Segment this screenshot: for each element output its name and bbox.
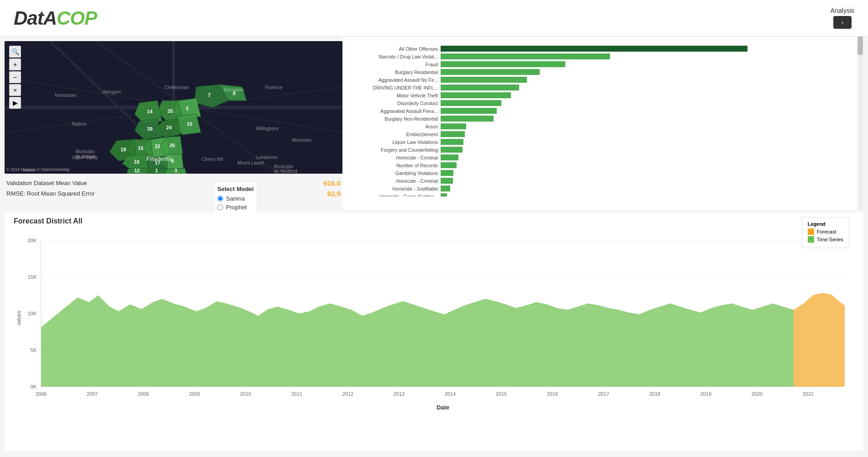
svg-text:2013: 2013	[394, 391, 405, 397]
bar-label: Forgery and Counterfeiting	[352, 147, 441, 153]
svg-text:35: 35	[168, 108, 173, 114]
svg-text:3: 3	[174, 168, 177, 173]
bar-track	[441, 139, 849, 145]
svg-text:Mount Laurel: Mount Laurel	[237, 160, 264, 165]
svg-text:values: values	[16, 311, 21, 325]
map-container: 7 8 2 35 15 24 14	[5, 41, 342, 174]
bar-row: Aggravated Assault No Fir...	[352, 77, 849, 83]
bar-row: Gambling Violations	[352, 170, 849, 176]
svg-text:19: 19	[121, 147, 126, 152]
svg-text:10K: 10K	[27, 311, 37, 316]
rmse-value: 62,9	[327, 190, 341, 197]
svg-text:2020: 2020	[752, 391, 763, 397]
svg-text:de Medford: de Medford	[274, 169, 297, 174]
map-zoom-in-button[interactable]: +	[9, 58, 21, 70]
svg-text:2006: 2006	[36, 391, 47, 397]
bar-fill	[441, 139, 463, 145]
bar-track	[441, 131, 849, 138]
svg-text:14: 14	[147, 109, 153, 114]
bar-track	[441, 193, 849, 197]
bar-track	[441, 46, 849, 52]
bar-row: Arson	[352, 123, 849, 130]
bar-row: Homicide - Criminal	[352, 154, 849, 161]
bar-label: Arson	[352, 124, 441, 129]
model-selector: Select Model Sarima Prophet	[215, 183, 256, 215]
map-pan-button[interactable]: ▶	[9, 97, 21, 109]
bar-fill	[441, 123, 466, 129]
bar-label: All Other Offenses	[352, 46, 441, 52]
svg-text:12: 12	[134, 168, 140, 173]
svg-text:2015: 2015	[496, 391, 507, 397]
svg-text:Norristown: Norristown	[55, 93, 77, 98]
bar-track	[441, 116, 849, 122]
bar-track	[441, 178, 849, 184]
bar-fill	[441, 69, 540, 75]
svg-text:5K: 5K	[31, 347, 37, 353]
bar-track	[441, 147, 849, 153]
scrollbar[interactable]	[857, 37, 863, 210]
timeseries-label: Time Series	[817, 237, 843, 242]
svg-text:2014: 2014	[445, 391, 456, 397]
bar-fill	[441, 100, 501, 106]
forecast-label: Forecast	[817, 229, 836, 234]
bar-label: DRIVING UNDER THE INFL...	[352, 85, 441, 90]
right-panel: All Other OffensesNarcotic / Drug Law Vi…	[342, 37, 863, 210]
svg-text:Date: Date	[437, 404, 449, 411]
map-zoom-out-button[interactable]: −	[9, 71, 21, 83]
bars-area: All Other OffensesNarcotic / Drug Law Vi…	[352, 46, 849, 197]
bar-track	[441, 92, 849, 99]
legend-title: Legend	[808, 221, 843, 227]
prophet-radio[interactable]	[217, 204, 223, 210]
metrics-section: Validation Dataset Mean Value 616.0 RMSE…	[5, 174, 342, 202]
map-controls: 🔍 + − ✕ ▶	[9, 46, 21, 109]
model-title: Select Model	[217, 186, 253, 192]
logo-cop-text: COP	[57, 7, 97, 29]
logo-data-text: DatA	[14, 7, 57, 29]
bar-fill	[441, 154, 458, 160]
bar-row: All Other Offenses	[352, 46, 849, 52]
bar-row: Motor Vehicle Theft	[352, 92, 849, 99]
scrollbar-thumb[interactable]	[857, 37, 863, 55]
bar-row: Narcotic / Drug Law Violat...	[352, 53, 849, 60]
header: DatACOP Analysis ›	[0, 0, 868, 37]
svg-text:15K: 15K	[27, 274, 37, 280]
logo: DatACOP	[14, 7, 97, 29]
bar-label: Number of Records	[352, 163, 441, 168]
analysis-label: Analysis	[831, 7, 854, 14]
bar-fill	[441, 108, 497, 114]
rmse-metric: RMSE: Root Mean Squared Error 62,9	[6, 190, 341, 197]
bar-label: Burglary Residential	[352, 69, 441, 75]
legend-timeseries: Time Series	[808, 236, 843, 243]
bar-chart[interactable]: All Other OffensesNarcotic / Drug Law Vi…	[347, 41, 858, 197]
map-reset-button[interactable]: ✕	[9, 84, 21, 96]
svg-text:Filadelfia: Filadelfia	[146, 155, 172, 162]
svg-text:0K: 0K	[31, 384, 37, 389]
bar-label: Burglary Non-Residential	[352, 116, 441, 122]
bar-row: Fraud	[352, 61, 849, 68]
svg-text:16: 16	[138, 145, 143, 151]
model-option-prophet[interactable]: Prophet	[217, 204, 253, 211]
bar-fill	[441, 77, 527, 83]
bar-label: Disorderly Conduct	[352, 101, 441, 106]
model-option-sarima[interactable]: Sarima	[217, 195, 253, 202]
bar-label: Homicide - Gross Neglige...	[352, 194, 441, 197]
bar-label: Fraud	[352, 62, 441, 67]
forecast-title: Forecast District All	[14, 217, 854, 225]
svg-text:1: 1	[155, 168, 158, 173]
svg-text:2: 2	[186, 106, 189, 111]
bar-row: Burglary Non-Residential	[352, 116, 849, 122]
bar-row: DRIVING UNDER THE INFL...	[352, 85, 849, 91]
sarima-radio[interactable]	[217, 196, 223, 202]
svg-text:Abington: Abington	[103, 90, 121, 95]
bar-label: Homicide - Criminal	[352, 178, 441, 184]
analysis-button[interactable]: ›	[833, 16, 852, 29]
bar-row: Aggravated Assault Firea...	[352, 108, 849, 114]
svg-text:2011: 2011	[291, 391, 302, 397]
svg-text:Lumberton: Lumberton	[256, 155, 278, 160]
bar-fill	[441, 92, 511, 98]
forecast-section: Forecast District All Legend Forecast Ti…	[5, 213, 863, 450]
svg-text:2007: 2007	[87, 391, 98, 397]
map-search-button[interactable]: 🔍	[9, 46, 21, 58]
bar-row: Homicide - Justifiable	[352, 186, 849, 192]
bar-track	[441, 53, 849, 60]
